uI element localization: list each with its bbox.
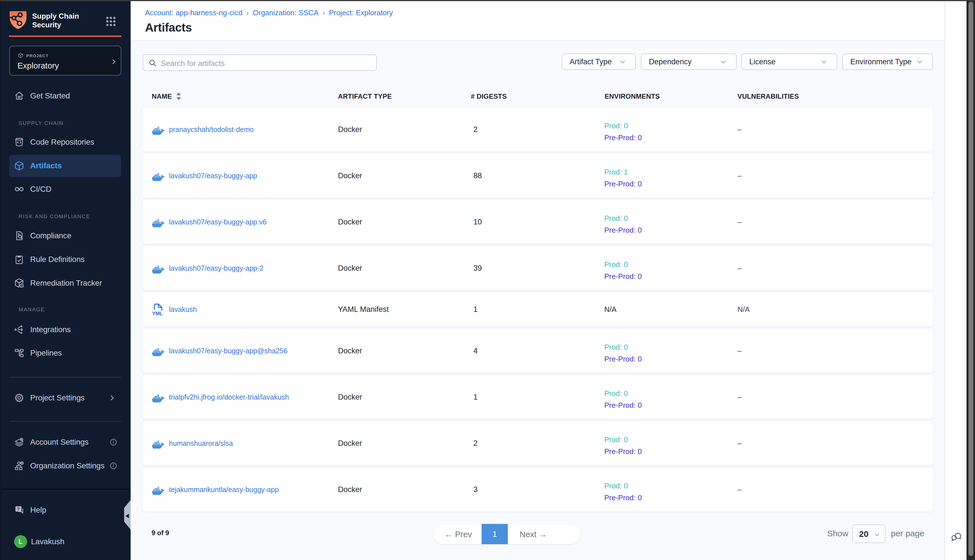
svg-text:YML: YML xyxy=(152,310,163,316)
svg-text:?: ? xyxy=(17,507,20,511)
